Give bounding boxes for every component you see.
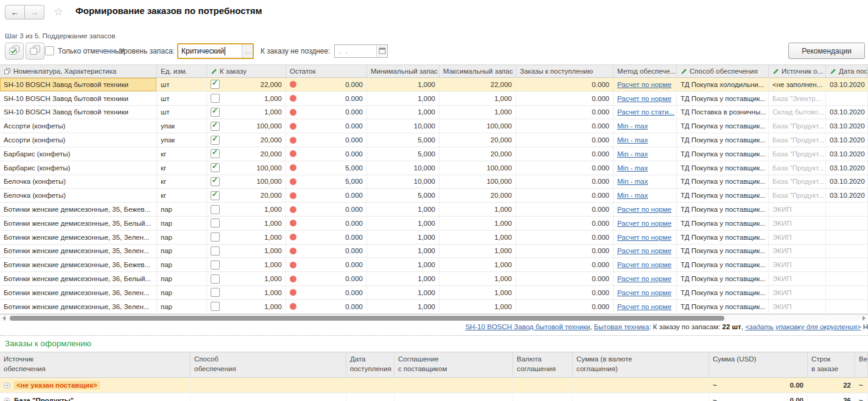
column-header[interactable]: Минимальный запас	[367, 65, 439, 77]
min-stock-cell[interactable]: 1,000	[367, 106, 439, 119]
back-button[interactable]: ←	[5, 5, 25, 19]
date-cell[interactable]	[826, 231, 868, 244]
recommendations-button[interactable]: Рекомендации	[788, 43, 865, 59]
column-header[interactable]: Заказы к поступлению	[516, 65, 614, 77]
order-weight-cell[interactable]: ~	[855, 393, 868, 401]
source-cell[interactable]: ЭКИП	[769, 217, 826, 230]
stock-cell[interactable]: 0.000	[286, 258, 367, 271]
nomenclature-cell[interactable]: Ботинки женские демисезонные, 35, Белый.…	[0, 217, 157, 230]
table-row[interactable]: Ботинки женские демисезонные, 36, Зелен.…	[0, 300, 868, 314]
incoming-orders-cell[interactable]: 0.000	[516, 119, 614, 133]
stock-cell[interactable]: 0.000	[286, 147, 367, 161]
min-stock-cell[interactable]: 1,000	[367, 92, 439, 105]
stock-cell[interactable]: 0.000	[286, 78, 367, 91]
max-stock-cell[interactable]: 1,000	[439, 272, 516, 285]
stock-cell[interactable]: 0.000	[286, 133, 367, 147]
date-cell[interactable]: 03.10.2020	[826, 133, 868, 147]
to-order-checkbox[interactable]	[211, 246, 220, 256]
uncheck-all-button[interactable]	[26, 43, 44, 60]
table-row[interactable]: SH-10 BOSCH Завод бытовой техникишт22,00…	[0, 78, 868, 92]
column-header[interactable]: Ед. изм.	[157, 65, 207, 77]
order-date-cell[interactable]	[346, 378, 394, 392]
incoming-orders-cell[interactable]: 0.000	[516, 161, 614, 175]
to-order-checkbox[interactable]	[211, 136, 220, 145]
way-cell[interactable]: ТД Покупка у поставщик...	[677, 147, 769, 161]
max-stock-cell[interactable]: 1,000	[439, 286, 516, 299]
incoming-orders-cell[interactable]: 0.000	[516, 106, 614, 119]
to-order-cell[interactable]: 1,000	[207, 286, 286, 299]
to-order-cell[interactable]: 1,000	[207, 272, 286, 285]
date-cell[interactable]	[826, 272, 868, 285]
method-cell[interactable]: Min - max	[614, 133, 677, 147]
table-row[interactable]: Барбарис (конфеты)кг20,0000.0005,00020,0…	[0, 147, 868, 161]
min-stock-cell[interactable]: 1,000	[367, 300, 439, 313]
method-link[interactable]: Расчет по норме	[617, 220, 671, 227]
method-link[interactable]: Расчет по норме	[617, 95, 671, 102]
source-cell[interactable]: База "Электр...	[769, 92, 826, 105]
to-order-checkbox[interactable]	[211, 232, 220, 242]
nomenclature-cell[interactable]: SH-10 BOSCH Завод бытовой техники	[0, 106, 157, 119]
column-header[interactable]: Источник обеспечения	[0, 352, 191, 377]
to-order-cell[interactable]: 100,000	[207, 175, 286, 189]
method-cell[interactable]: Расчет по норме	[614, 272, 677, 285]
unit-cell[interactable]: кг	[157, 161, 207, 175]
way-cell[interactable]: ТД Покупка у поставщик...	[677, 119, 769, 133]
method-cell[interactable]: Min - max	[614, 161, 677, 175]
date-cell[interactable]	[826, 300, 868, 313]
max-stock-cell[interactable]: 1,000	[439, 217, 516, 230]
source-cell[interactable]: ЭКИП	[769, 245, 826, 258]
unit-cell[interactable]: кг	[157, 189, 207, 202]
max-stock-cell[interactable]: 1,000	[439, 231, 516, 244]
scrollbar-thumb[interactable]	[10, 316, 724, 321]
min-stock-cell[interactable]: 1,000	[367, 258, 439, 271]
nomenclature-cell[interactable]: Барбарис (конфеты)	[0, 147, 157, 161]
date-cell[interactable]	[826, 203, 868, 216]
table-row[interactable]: Ботинки женские демисезонные, 35, Зелен.…	[0, 231, 868, 245]
date-cell[interactable]	[826, 245, 868, 258]
stock-cell[interactable]: 0.000	[286, 189, 367, 202]
stock-cell[interactable]: 0.000	[286, 106, 367, 119]
method-link[interactable]: Min - max	[617, 136, 648, 144]
source-cell[interactable]: ЭКИП	[769, 272, 826, 285]
horizontal-scrollbar[interactable]	[0, 314, 868, 321]
column-header[interactable]: Сумма (USD)	[709, 352, 808, 377]
way-cell[interactable]: ТД Покупка у поставщик...	[677, 300, 769, 313]
method-link[interactable]: Расчет по норме	[617, 303, 671, 310]
incoming-orders-cell[interactable]: 0.000	[516, 175, 614, 189]
table-row[interactable]: Ботинки женские демисезонные, 35, Белый.…	[0, 217, 868, 231]
table-row[interactable]: Белочка (конфеты)кг20,0000.0005,00020,00…	[0, 189, 868, 203]
to-order-checkbox[interactable]	[211, 80, 220, 89]
min-stock-cell[interactable]: 1,000	[367, 245, 439, 258]
category-link[interactable]: Бытовая техника	[594, 323, 649, 330]
method-cell[interactable]: Расчет по норме	[614, 231, 677, 244]
table-row[interactable]: Ассорти (конфеты)упак100,0000.00010,0001…	[0, 119, 868, 133]
method-link[interactable]: Min - max	[617, 122, 648, 130]
order-source-cell[interactable]: <не указан поставщик>	[0, 378, 191, 392]
incoming-orders-cell[interactable]: 0.000	[516, 272, 614, 285]
date-cell[interactable]	[826, 286, 868, 299]
method-link[interactable]: Расчет по норме	[617, 289, 671, 296]
max-stock-cell[interactable]: 1,000	[439, 92, 516, 105]
max-stock-cell[interactable]: 22,000	[439, 78, 516, 91]
min-stock-cell[interactable]: 5,000	[367, 189, 439, 202]
to-order-checkbox[interactable]	[211, 149, 220, 158]
unit-cell[interactable]: упак	[157, 133, 207, 147]
method-cell[interactable]: Расчет по норме	[614, 286, 677, 299]
max-stock-cell[interactable]: 20,000	[439, 147, 516, 161]
incoming-orders-cell[interactable]: 0.000	[516, 203, 614, 216]
way-cell[interactable]: ТД Покупка у поставщик...	[677, 231, 769, 244]
min-stock-cell[interactable]: 10,000	[367, 161, 439, 175]
nomenclature-cell[interactable]: Белочка (конфеты)	[0, 175, 157, 189]
unit-cell[interactable]: пар	[157, 300, 207, 313]
min-stock-cell[interactable]: 1,000	[367, 286, 439, 299]
method-link[interactable]: Расчет по норме	[617, 275, 671, 282]
expand-icon[interactable]	[4, 382, 10, 389]
to-order-cell[interactable]: 1,000	[207, 217, 286, 230]
column-header[interactable]: Строк в заказе	[808, 352, 855, 377]
method-link[interactable]: Min - max	[617, 192, 648, 199]
method-link[interactable]: Расчет по норме	[617, 81, 671, 88]
table-row[interactable]: Ботинки женские демисезонные, 36, Зелен.…	[0, 286, 868, 300]
incoming-orders-cell[interactable]: 0.000	[516, 147, 614, 161]
nomenclature-cell[interactable]: Ботинки женские демисезонные, 36, Бежев.…	[0, 258, 157, 271]
method-cell[interactable]: Min - max	[614, 189, 677, 202]
